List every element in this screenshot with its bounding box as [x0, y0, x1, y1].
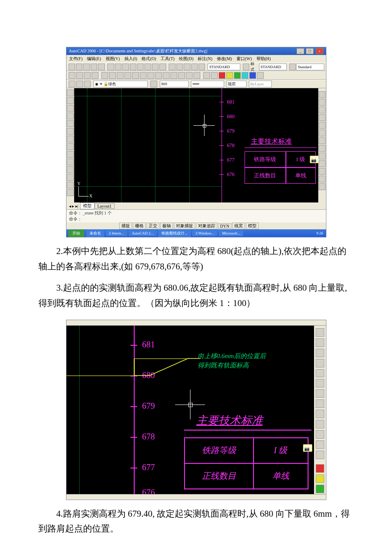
window-buttons[interactable]: _ □ ×	[296, 48, 323, 54]
menu-file[interactable]: 文件(F)	[69, 56, 83, 62]
palette-icon[interactable]	[319, 168, 326, 175]
menu-window[interactable]: 窗口(W)	[236, 56, 252, 62]
minimize-icon[interactable]: _	[297, 48, 304, 54]
tool-icon[interactable]	[186, 72, 193, 79]
menu-format[interactable]: 格式(O)	[141, 56, 156, 62]
menu-help[interactable]: 帮助(H)	[257, 56, 271, 62]
status-polar[interactable]: 极轴	[160, 223, 173, 229]
style-dropdown[interactable]: STANDARD	[208, 64, 240, 70]
model-tab[interactable]: 模型	[80, 202, 95, 209]
tool-icon[interactable]	[152, 64, 159, 70]
tool-icon[interactable]	[163, 72, 170, 79]
tool-icon[interactable]	[84, 72, 91, 79]
layout-tabs[interactable]: ◂ ▸ ▸| 模型 Layout1	[66, 202, 326, 209]
tool-icon[interactable]	[132, 72, 139, 79]
palette-icon[interactable]	[67, 105, 74, 112]
tool-icon[interactable]	[257, 72, 264, 79]
menu-dim[interactable]: 标注(N)	[198, 56, 212, 62]
tool-icon[interactable]	[69, 64, 75, 70]
tool-icon[interactable]	[184, 64, 190, 70]
taskbar-item[interactable]: 3 Window...	[192, 230, 217, 236]
tool-icon[interactable]	[76, 64, 82, 70]
palette-icon[interactable]	[316, 379, 324, 387]
palette-icon[interactable]	[319, 122, 326, 129]
color-red-icon[interactable]	[219, 72, 225, 79]
tool-icon[interactable]	[109, 72, 116, 79]
drawing-canvas[interactable]: 681 680 679 678 677 676 向上移0.6mm后的位置后 得到…	[66, 326, 314, 494]
drawing-canvas[interactable]: 681 680 679 678 677 676 主要技术标准 铁路等级 I 级 …	[74, 88, 318, 202]
status-grid[interactable]: 栅格	[133, 223, 146, 229]
palette-icon[interactable]	[67, 159, 74, 165]
tool-icon[interactable]	[91, 64, 97, 70]
tool-icon[interactable]	[155, 72, 162, 79]
palette-icon[interactable]	[316, 420, 324, 428]
windows-taskbar[interactable]: 开始 未命名 2 Intern... AutoCAD 2... 铁路图纸设计..…	[66, 229, 326, 237]
tool-icon[interactable]	[147, 72, 154, 79]
color-red-icon[interactable]	[316, 464, 324, 473]
menu-tools[interactable]: 工具(T)	[161, 56, 175, 62]
palette-icon[interactable]	[316, 440, 324, 449]
palette-icon[interactable]	[67, 182, 74, 188]
tool-icon[interactable]	[199, 64, 205, 70]
palette-icon[interactable]	[319, 130, 326, 136]
tool-icon[interactable]	[83, 64, 89, 70]
palette-icon[interactable]	[319, 137, 326, 144]
menu-edit[interactable]: 编辑(E)	[87, 56, 101, 62]
palette-icon[interactable]	[319, 99, 326, 106]
toolbar-row-2[interactable]	[66, 71, 326, 80]
palette-icon[interactable]	[319, 145, 326, 152]
menu-bar[interactable]: 文件(F) 编辑(E) 视图(V) 插入(I) 格式(O) 工具(T) 绘图(D…	[66, 55, 326, 63]
tool-icon[interactable]	[150, 81, 157, 87]
color-cyan-icon[interactable]	[242, 72, 248, 79]
tool-icon[interactable]	[122, 64, 129, 70]
tool-icon[interactable]	[107, 64, 114, 70]
palette-icon[interactable]	[67, 143, 74, 150]
standard-dropdown[interactable]: Standard	[296, 64, 324, 70]
status-model[interactable]: 模型	[246, 223, 259, 229]
tool-icon[interactable]	[101, 72, 108, 79]
palette-icon[interactable]	[316, 451, 324, 459]
tool-icon[interactable]	[140, 72, 147, 79]
tool-icon[interactable]	[117, 72, 124, 79]
start-button[interactable]: 开始	[68, 230, 84, 237]
menu-draw[interactable]: 绘图(D)	[179, 56, 193, 62]
color-green-icon[interactable]	[234, 72, 241, 79]
layer-dropdown[interactable]: ◉ ☀ 🔓 绿色	[93, 81, 148, 87]
camera-icon[interactable]	[303, 444, 312, 452]
palette-icon[interactable]	[319, 160, 326, 167]
tool-icon[interactable]	[243, 64, 249, 70]
camera-icon[interactable]	[310, 156, 318, 163]
style-dropdown-2[interactable]: STANDARD	[259, 64, 287, 70]
right-tool-palette[interactable]	[318, 88, 326, 202]
bylayer-dropdown[interactable]: 随层	[226, 81, 247, 87]
close-icon[interactable]: ×	[316, 48, 323, 54]
color-blue-icon[interactable]	[249, 72, 256, 79]
palette-icon[interactable]	[316, 349, 324, 357]
dim-dropdown[interactable]: 809	[160, 81, 189, 87]
layout-tab[interactable]: Layout1	[95, 203, 115, 209]
menu-modify[interactable]: 修改(M)	[217, 56, 232, 62]
palette-icon[interactable]	[67, 97, 74, 104]
color-yellow-icon[interactable]	[316, 474, 324, 483]
color-yellow-icon[interactable]	[226, 72, 233, 79]
palette-icon[interactable]	[67, 166, 74, 173]
tool-icon[interactable]	[211, 72, 218, 79]
palette-icon[interactable]	[67, 174, 74, 181]
taskbar-item[interactable]: AutoCAD 2...	[129, 230, 157, 236]
tool-icon[interactable]	[178, 72, 185, 79]
toolbar-row-1[interactable]: STANDARD 样式 STANDARD Standard	[66, 63, 326, 71]
status-osnap[interactable]: 对象捕捉	[174, 223, 195, 229]
tool-icon[interactable]	[69, 72, 75, 79]
tool-icon[interactable]	[191, 64, 198, 70]
bylayer-text[interactable]: ByLayer	[249, 81, 272, 87]
palette-icon[interactable]	[316, 389, 324, 398]
right-tool-palette[interactable]	[314, 326, 326, 494]
tool-icon[interactable]	[193, 72, 200, 79]
tool-icon[interactable]	[69, 81, 75, 87]
tool-icon[interactable]	[159, 64, 166, 70]
cmd-prompt[interactable]: 命令：	[69, 216, 323, 222]
palette-icon[interactable]	[67, 90, 74, 96]
tool-icon[interactable]	[124, 72, 131, 79]
palette-icon[interactable]	[316, 410, 324, 418]
palette-icon[interactable]	[316, 359, 324, 367]
